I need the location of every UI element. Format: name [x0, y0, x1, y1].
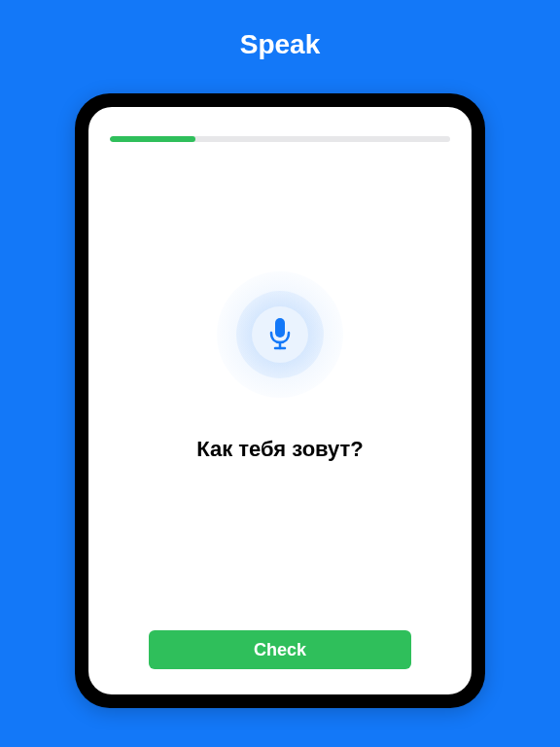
device-screen: Как тебя зовут? Check [88, 107, 472, 694]
check-button[interactable]: Check [149, 630, 411, 669]
progress-fill [110, 136, 195, 142]
microphone-button[interactable] [217, 271, 343, 398]
page-title: Speak [240, 29, 321, 60]
progress-bar [110, 136, 450, 142]
device-frame: Как тебя зовут? Check [75, 93, 485, 708]
svg-rect-0 [275, 318, 285, 338]
prompt-text: Как тебя зовут? [196, 437, 364, 462]
check-button-label: Check [254, 640, 306, 660]
microphone-icon [264, 315, 296, 354]
lesson-content: Как тебя зовут? [110, 103, 450, 630]
